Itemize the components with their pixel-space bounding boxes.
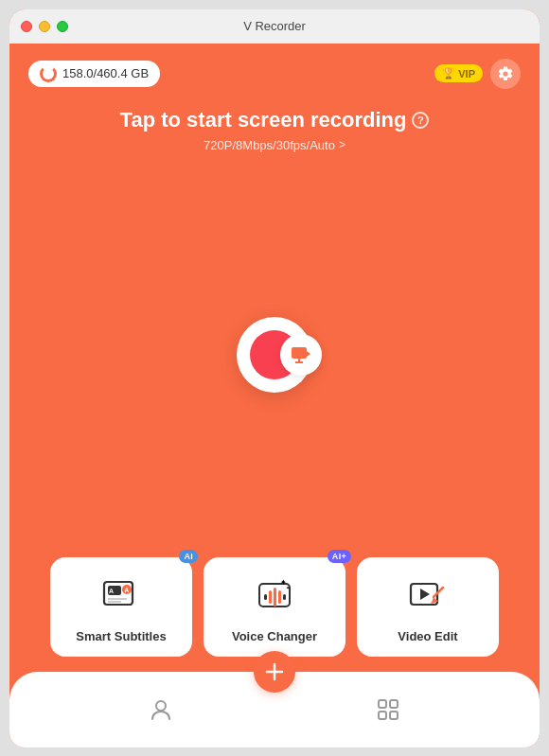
minimize-button[interactable] (39, 21, 50, 32)
traffic-lights (21, 21, 68, 32)
video-edit-icon (405, 574, 451, 620)
voice-changer-card[interactable]: AI+ ✦ ✦ Voice Changer (204, 557, 345, 657)
profile-icon (148, 696, 174, 723)
screen-record-icon (290, 343, 312, 366)
svg-text:A: A (109, 588, 114, 594)
smart-subtitles-card[interactable]: AI A A Smart Subtitles (50, 557, 192, 657)
storage-text: 158.0/460.4 GB (62, 66, 149, 80)
app-window: V Recorder 158.0/460.4 GB 🏆 VIP (9, 9, 540, 747)
svg-rect-14 (278, 590, 281, 604)
voice-changer-icon: ✦ ✦ (252, 574, 297, 620)
header-subtitle[interactable]: 720P/8Mbps/30fps/Auto > (204, 138, 345, 152)
top-bar: 158.0/460.4 GB 🏆 VIP (28, 59, 521, 89)
svg-rect-11 (264, 594, 267, 600)
record-button-area (237, 152, 312, 557)
smart-subtitles-icon: A A (98, 574, 144, 620)
ai-badge-voice: AI+ (328, 550, 351, 563)
close-button[interactable] (21, 21, 32, 32)
svg-rect-13 (274, 588, 276, 607)
screen-options-button[interactable] (280, 334, 322, 376)
ai-badge-subtitles: AI (179, 550, 198, 563)
chevron-right-icon: > (339, 138, 345, 151)
maximize-button[interactable] (57, 21, 68, 32)
apps-icon (375, 696, 401, 723)
vip-badge[interactable]: 🏆 VIP (434, 64, 483, 82)
svg-rect-29 (390, 712, 398, 719)
header-title-text: Tap to start screen recording (120, 108, 407, 132)
voice-changer-label: Voice Changer (232, 629, 317, 643)
smart-subtitles-label: Smart Subtitles (76, 629, 166, 643)
vip-label: VIP (458, 68, 475, 79)
svg-text:✦: ✦ (286, 585, 290, 590)
feature-cards: AI A A Smart Subtitles AI+ (28, 557, 521, 657)
svg-point-25 (156, 701, 166, 711)
svg-text:A: A (125, 587, 130, 593)
apps-button[interactable] (367, 689, 409, 730)
plus-icon (264, 661, 285, 682)
top-right-controls: 🏆 VIP (434, 59, 521, 89)
video-edit-label: Video Edit (398, 629, 457, 643)
header-title: Tap to start screen recording ? (120, 108, 430, 132)
svg-marker-19 (420, 589, 430, 600)
settings-button[interactable] (490, 59, 521, 89)
storage-badge: 158.0/460.4 GB (28, 61, 160, 87)
profile-button[interactable] (140, 689, 182, 730)
gear-icon (497, 65, 514, 82)
svg-rect-27 (390, 700, 398, 708)
svg-rect-26 (379, 700, 386, 708)
window-title: V Recorder (243, 19, 306, 33)
main-content: 158.0/460.4 GB 🏆 VIP Tap to start screen… (9, 44, 540, 672)
help-icon[interactable]: ? (412, 112, 429, 129)
svg-rect-0 (292, 347, 307, 359)
bottom-bar (9, 672, 540, 747)
svg-rect-12 (269, 590, 272, 604)
svg-rect-28 (379, 712, 386, 719)
vip-icon: 🏆 (442, 67, 455, 79)
video-edit-card[interactable]: Video Edit (357, 557, 499, 657)
add-button[interactable] (254, 651, 295, 693)
svg-rect-15 (283, 594, 286, 600)
storage-icon (40, 65, 57, 82)
title-bar: V Recorder (9, 9, 540, 44)
quality-settings-text: 720P/8Mbps/30fps/Auto (204, 138, 335, 152)
